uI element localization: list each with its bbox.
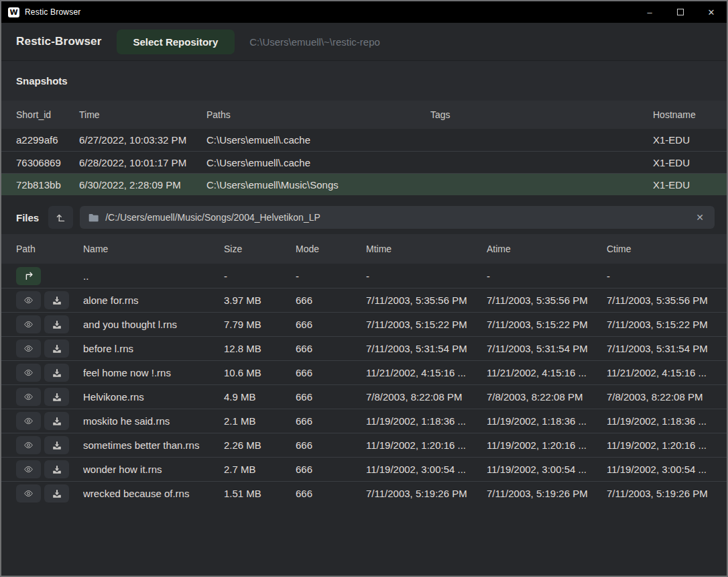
snapshot-time: 6/30/2022, 2:28:09 PM <box>79 179 206 191</box>
preview-eye-icon <box>21 295 36 305</box>
download-icon <box>51 416 63 427</box>
file-actions <box>16 339 83 358</box>
snapshot-time: 6/27/2022, 10:03:32 PM <box>79 134 206 146</box>
preview-eye-icon <box>21 368 36 378</box>
file-actions <box>16 364 83 382</box>
column-time: Time <box>79 109 206 120</box>
file-actions <box>16 315 83 333</box>
download-icon <box>51 488 63 499</box>
file-actions <box>16 291 83 309</box>
download-file-button[interactable] <box>44 460 69 478</box>
file-name: .. <box>83 270 224 282</box>
file-mode: - <box>296 270 366 282</box>
repository-path-text: C:\Users\emuell\~\restic-repo <box>249 36 380 48</box>
select-repository-button[interactable]: Select Repository <box>117 30 235 54</box>
file-name: alone for.rns <box>83 295 224 306</box>
file-ctime: 7/11/2003, 5:15:22 PM <box>607 319 712 330</box>
maximize-icon <box>677 9 684 15</box>
file-actions <box>16 460 83 478</box>
download-file-button[interactable] <box>44 388 69 406</box>
preview-eye-icon <box>21 344 36 354</box>
maximize-button[interactable] <box>665 1 696 23</box>
file-ctime: 7/11/2003, 5:19:26 PM <box>607 488 712 499</box>
snapshots-table-header: Short_id Time Paths Tags Hostname <box>1 101 727 129</box>
preview-eye-icon <box>21 464 36 474</box>
preview-file-button[interactable] <box>16 291 41 309</box>
file-mode: 666 <box>296 464 366 475</box>
snapshot-short-id: a2299af6 <box>16 134 79 146</box>
snapshot-paths: C:\Users\emuell\Music\Songs <box>206 179 430 191</box>
file-size: 2.26 MB <box>224 439 296 451</box>
file-mode: 666 <box>296 319 366 330</box>
window-title: Restic Browser <box>25 7 80 17</box>
file-atime: 7/8/2003, 8:22:08 PM <box>487 391 607 403</box>
files-bar: Files /C:/Users/emuell/Music/Songs/2004_… <box>1 201 727 234</box>
file-row: sometimes better than.rns2.26 MB66611/19… <box>1 433 727 457</box>
download-file-button[interactable] <box>44 412 69 430</box>
preview-file-button[interactable] <box>16 315 41 333</box>
file-ctime: 11/19/2002, 3:00:54 ... <box>607 464 712 475</box>
preview-file-button[interactable] <box>16 484 41 503</box>
file-name: wrecked because of.rns <box>83 488 224 499</box>
preview-file-button[interactable] <box>16 364 41 382</box>
snapshot-paths: C:\Users\emuell\.cache <box>206 157 430 168</box>
preview-file-button[interactable] <box>16 436 41 454</box>
snapshot-row[interactable]: a2299af66/27/2022, 10:03:32 PMC:\Users\e… <box>1 129 727 151</box>
file-name: moskito he said.rns <box>83 415 224 427</box>
file-mode: 666 <box>296 488 366 499</box>
download-file-button[interactable] <box>44 315 69 333</box>
file-ctime: 7/11/2003, 5:31:54 PM <box>607 343 712 354</box>
close-button[interactable]: ✕ <box>696 1 727 23</box>
file-size: 2.7 MB <box>224 464 296 475</box>
file-mtime: 7/11/2003, 5:15:22 PM <box>366 319 487 330</box>
file-name: Helvikone.rns <box>83 391 224 403</box>
file-atime: - <box>487 270 607 282</box>
current-path-bar[interactable]: /C:/Users/emuell/Music/Songs/2004_Helvet… <box>80 206 715 229</box>
preview-file-button[interactable] <box>16 339 41 358</box>
file-name: before l.rns <box>83 343 224 354</box>
snapshot-short-id: 72b813bb <box>16 179 79 191</box>
file-row: wrecked because of.rns1.51 MB6667/11/200… <box>1 481 727 505</box>
snapshots-heading-label: Snapshots <box>16 75 68 87</box>
page-title: Restic-Browser <box>16 35 102 48</box>
download-file-button[interactable] <box>44 291 69 309</box>
file-mode: 666 <box>296 415 366 427</box>
preview-file-button[interactable] <box>16 388 41 406</box>
clear-path-button[interactable]: ✕ <box>693 211 707 224</box>
file-name: wonder how it.rns <box>83 464 224 475</box>
file-actions <box>16 267 83 285</box>
file-name: and you thought l.rns <box>83 319 224 330</box>
file-actions <box>16 436 83 454</box>
file-ctime: 11/19/2002, 1:18:36 ... <box>607 415 712 427</box>
file-actions <box>16 484 83 503</box>
preview-eye-icon <box>21 440 36 450</box>
minimize-button[interactable]: – <box>634 1 665 23</box>
file-ctime: - <box>607 270 712 282</box>
file-size: 3.97 MB <box>224 295 296 306</box>
file-mtime: 11/19/2002, 1:18:36 ... <box>366 415 487 427</box>
file-size: 12.8 MB <box>224 343 296 354</box>
download-file-button[interactable] <box>44 484 69 503</box>
snapshots-table-body: a2299af66/27/2022, 10:03:32 PMC:\Users\e… <box>1 129 727 195</box>
snapshot-row[interactable]: 763068696/28/2022, 10:01:17 PMC:\Users\e… <box>1 151 727 173</box>
column-paths: Paths <box>206 109 430 120</box>
download-icon <box>51 392 63 403</box>
file-mtime: 7/11/2003, 5:31:54 PM <box>366 343 487 354</box>
go-up-directory-button[interactable] <box>16 267 41 285</box>
file-mode: 666 <box>296 295 366 306</box>
column-tags: Tags <box>430 109 653 120</box>
file-size: 7.79 MB <box>224 319 296 330</box>
download-file-button[interactable] <box>44 436 69 454</box>
file-atime: 11/19/2002, 3:00:54 ... <box>487 464 607 475</box>
download-file-button[interactable] <box>44 364 69 382</box>
go-to-parent-button[interactable] <box>48 206 73 229</box>
file-size: 10.6 MB <box>224 367 296 378</box>
file-atime: 7/11/2003, 5:31:54 PM <box>487 343 607 354</box>
column-hostname: Hostname <box>653 109 712 120</box>
download-file-button[interactable] <box>44 339 69 358</box>
column-short-id: Short_id <box>16 109 79 120</box>
snapshot-row[interactable]: 72b813bb6/30/2022, 2:28:09 PMC:\Users\em… <box>1 173 727 195</box>
preview-file-button[interactable] <box>16 412 41 430</box>
app-icon: W <box>8 7 19 17</box>
preview-file-button[interactable] <box>16 460 41 478</box>
